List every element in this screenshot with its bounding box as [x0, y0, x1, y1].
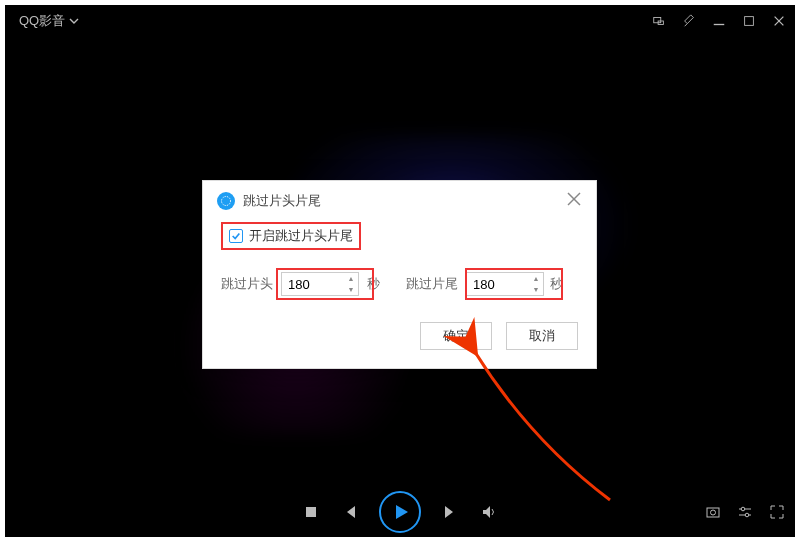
minimize-button[interactable] [711, 13, 727, 29]
close-button[interactable] [771, 13, 787, 29]
controlbar [5, 487, 795, 537]
seconds-label: 秒 [367, 275, 380, 293]
svg-point-8 [711, 510, 716, 515]
skip-tail-input[interactable] [466, 272, 544, 296]
cancel-button[interactable]: 取消 [506, 322, 578, 350]
svg-point-12 [745, 513, 749, 517]
maximize-button[interactable] [741, 13, 757, 29]
play-icon [393, 504, 409, 520]
seconds-label: 秒 [550, 275, 563, 293]
svg-rect-7 [707, 508, 719, 517]
svg-rect-6 [306, 507, 316, 517]
play-button[interactable] [379, 491, 421, 533]
dialog-title: 跳过片头片尾 [243, 192, 321, 210]
dialog-header: 跳过片头片尾 [203, 181, 596, 216]
inputs-row: 跳过片头 ▲▼ 秒 跳过片尾 ▲▼ 秒 [221, 272, 578, 296]
dialog-icon [217, 192, 235, 210]
app-title-dropdown[interactable]: QQ影音 [19, 12, 79, 30]
stop-button[interactable] [303, 504, 319, 520]
volume-button[interactable] [481, 504, 497, 520]
window-controls [651, 13, 787, 29]
skip-intro-dialog: 跳过片头片尾 开启跳过片头片尾 跳过片头 ▲▼ 秒 跳过片尾 ▲▼ 秒 [202, 180, 597, 369]
settings-button[interactable] [737, 504, 753, 520]
right-controls [705, 487, 785, 537]
svg-rect-0 [654, 18, 661, 23]
prev-button[interactable] [341, 504, 357, 520]
fullscreen-button[interactable] [769, 504, 785, 520]
next-button[interactable] [443, 504, 459, 520]
svg-point-10 [741, 507, 745, 511]
chevron-down-icon [69, 16, 79, 26]
skip-head-label: 跳过片头 [221, 275, 273, 293]
dialog-body: 开启跳过片头片尾 跳过片头 ▲▼ 秒 跳过片尾 ▲▼ 秒 [203, 216, 596, 306]
dialog-close-button[interactable] [566, 191, 582, 210]
dialog-footer: 确定 取消 [203, 306, 596, 368]
ok-button[interactable]: 确定 [420, 322, 492, 350]
app-title: QQ影音 [19, 12, 65, 30]
enable-skip-checkbox[interactable]: 开启跳过片头片尾 [221, 222, 361, 250]
svg-point-13 [222, 196, 231, 205]
pin-button[interactable] [681, 13, 697, 29]
svg-rect-3 [745, 17, 754, 26]
titlebar: QQ影音 [5, 5, 795, 37]
mini-mode-button[interactable] [651, 13, 667, 29]
skip-tail-label: 跳过片尾 [406, 275, 458, 293]
screenshot-button[interactable] [705, 504, 721, 520]
checkbox-icon [229, 229, 243, 243]
enable-skip-label: 开启跳过片头片尾 [249, 227, 353, 245]
skip-head-input[interactable] [281, 272, 359, 296]
close-icon [566, 191, 582, 207]
